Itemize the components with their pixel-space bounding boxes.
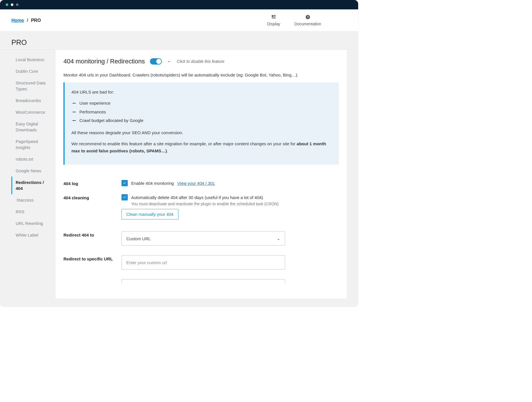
redirect-404-select[interactable]: Custom URL ⌄ [121,231,285,246]
callout-lead: 404 URLS are bad for: [71,89,332,96]
callout-bullet: Performances [71,109,332,116]
cron-note: You must deactivate and reactivate the p… [131,202,339,206]
checkbox-enable-404-monitoring[interactable] [121,180,128,186]
sidebar-item[interactable]: Local Business [11,54,55,65]
sidebar-item[interactable]: URL Rewriting [11,217,55,229]
svg-rect-0 [272,15,273,17]
page-title: PRO [0,32,358,50]
svg-rect-1 [274,15,276,16]
info-callout: 404 URLS are bad for: User experiencePer… [63,82,339,165]
chevron-down-icon: ⌄ [277,236,280,241]
checkbox-auto-delete-404[interactable] [121,194,128,200]
window-titlebar [0,0,358,9]
topnav-display[interactable]: Display [267,14,280,26]
help-icon: ? [305,14,310,20]
intro-text: Monitor 404 urls in your Dashboard. Craw… [63,72,339,77]
arrow-left-icon: ← [167,59,172,64]
sidebar-item[interactable]: Dublin Core [11,65,55,77]
topnav-display-label: Display [267,22,280,26]
sidebar-item[interactable]: Redirections / 404 [11,177,55,194]
label-404-cleaning: 404 cleaning [63,194,121,200]
select-value: Custom URL [126,236,151,241]
checkbox-label: Automatically delete 404 after 30 days (… [131,195,263,200]
sidebar-item[interactable]: Breadcrumbs [11,95,55,106]
svg-text:?: ? [307,15,309,19]
sidebar-item[interactable]: Structured Data Types [11,77,55,95]
breadcrumb-separator: / [27,18,28,23]
window-dot[interactable] [6,3,8,6]
cropped-field[interactable] [121,279,285,283]
svg-rect-2 [274,16,276,17]
redirect-url-input[interactable]: Enter your custom url [121,255,285,270]
sidebar-item[interactable]: RSS [11,206,55,217]
window-dot[interactable] [11,3,13,6]
breadcrumb-current: PRO [31,18,41,23]
svg-rect-4 [272,18,276,19]
toggle-hint: Click to disable this feature [177,59,224,64]
section-title: 404 monitoring / Redirections [63,58,145,65]
breadcrumb: Home / PRO [11,18,41,23]
label-redirect-404-to: Redirect 404 to [63,231,121,237]
callout-recommendation: We recommend to enable this feature afte… [71,140,332,155]
sidebar-item[interactable]: Google News [11,165,55,177]
label-404-log: 404 log [63,180,121,186]
callout-bullet: User experience [71,100,332,107]
view-404-link[interactable]: View your 404 / 301 [177,181,215,186]
input-placeholder: Enter your custom url [126,260,167,265]
topnav-documentation-label: Documentation [294,22,321,26]
window-dot[interactable] [16,3,18,6]
sidebar: Local BusinessDublin CoreStructured Data… [11,50,55,299]
sidebar-item[interactable]: Easy Digital Downloads [11,118,55,136]
clean-manually-button[interactable]: Clean manually your 404 [121,209,178,219]
feature-toggle[interactable] [150,58,162,65]
label-redirect-specific-url: Redirect to specific URL [63,255,121,261]
callout-line2: All these reasons degrade your SEO AND y… [71,129,332,136]
sidebar-item[interactable]: .htaccess [11,194,55,206]
display-icon [271,14,276,20]
sidebar-item[interactable]: WooCommerce [11,106,55,118]
breadcrumb-home[interactable]: Home [11,18,24,23]
sidebar-item[interactable]: PageSpeed Insights [11,136,55,153]
checkbox-label: Enable 404 monitoring [131,181,174,186]
sidebar-item[interactable]: White Label [11,229,55,241]
svg-rect-3 [272,17,276,18]
topnav-documentation[interactable]: ? Documentation [294,14,321,26]
callout-bullet: Crawl budget allocated by Google [71,117,332,124]
sidebar-item[interactable]: robots.txt [11,153,55,165]
